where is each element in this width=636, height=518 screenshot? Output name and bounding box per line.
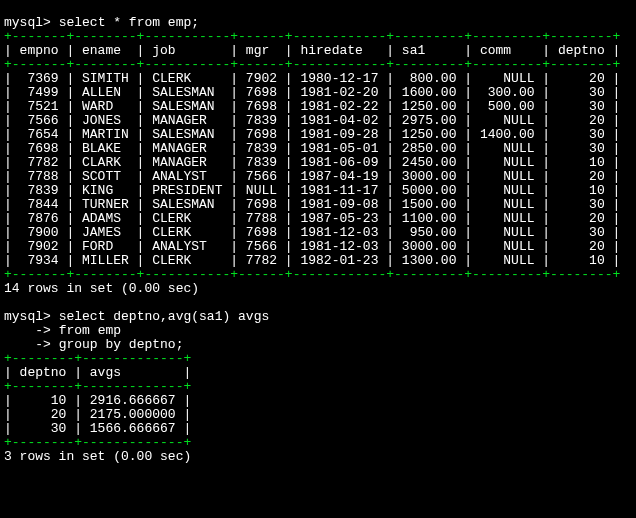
table-row: | 7876 | ADAMS | CLERK | 7788 | 1987-05-… <box>4 211 620 226</box>
table-row: | 7839 | KING | PRESIDENT | NULL | 1981-… <box>4 183 620 198</box>
cont-arrow: -> <box>35 337 51 352</box>
query-2-line1: select deptno,avg(sa1) avgs <box>59 309 270 324</box>
table-row: | 7499 | ALLEN | SALESMAN | 7698 | 1981-… <box>4 85 620 100</box>
table-row: | 7788 | SCOTT | ANALYST | 7566 | 1987-0… <box>4 169 620 184</box>
table-row: | 7654 | MARTIN | SALESMAN | 7698 | 1981… <box>4 127 620 142</box>
table-row: | 20 | 2175.000000 | <box>4 407 191 422</box>
table-row: | 7900 | JAMES | CLERK | 7698 | 1981-12-… <box>4 225 620 240</box>
query-2-line3: group by deptno; <box>59 337 184 352</box>
terminal-output: mysql> select * from emp; +-------+-----… <box>0 0 636 466</box>
table-row: | 7844 | TURNER | SALESMAN | 7698 | 1981… <box>4 197 620 212</box>
table-row: | 7934 | MILLER | CLERK | 7782 | 1982-01… <box>4 253 620 268</box>
prompt: mysql> <box>4 309 51 324</box>
table1-footer: 14 rows in set (0.00 sec) <box>4 281 199 296</box>
table2-sep-mid: +--------+-------------+ <box>4 379 191 394</box>
query-2-line2: from emp <box>59 323 121 338</box>
table-row: | 7521 | WARD | SALESMAN | 7698 | 1981-0… <box>4 99 620 114</box>
table1-sep-top: +-------+--------+-----------+------+---… <box>4 29 620 44</box>
cont-arrow: -> <box>35 323 51 338</box>
table1-body: | 7369 | SIMITH | CLERK | 7902 | 1980-12… <box>4 72 632 268</box>
table2-header-row: | deptno | avgs | <box>4 365 191 380</box>
prompt: mysql> <box>4 15 51 30</box>
query-1: select * from emp; <box>59 15 199 30</box>
table2-sep-bot: +--------+-------------+ <box>4 435 191 450</box>
table1-sep-mid: +-------+--------+-----------+------+---… <box>4 57 620 72</box>
table-row: | 7566 | JONES | MANAGER | 7839 | 1981-0… <box>4 113 620 128</box>
table-row: | 7782 | CLARK | MANAGER | 7839 | 1981-0… <box>4 155 620 170</box>
table2-sep-top: +--------+-------------+ <box>4 351 191 366</box>
table2-body: | 10 | 2916.666667 | | 20 | 2175.000000 … <box>4 394 632 436</box>
table-row: | 10 | 2916.666667 | <box>4 393 191 408</box>
table-row: | 7369 | SIMITH | CLERK | 7902 | 1980-12… <box>4 71 620 86</box>
table1-header-row: | empno | ename | job | mgr | hiredate |… <box>4 43 620 58</box>
table-row: | 7902 | FORD | ANALYST | 7566 | 1981-12… <box>4 239 620 254</box>
table-row: | 7698 | BLAKE | MANAGER | 7839 | 1981-0… <box>4 141 620 156</box>
table1-sep-bot: +-------+--------+-----------+------+---… <box>4 267 620 282</box>
table2-footer: 3 rows in set (0.00 sec) <box>4 449 191 464</box>
table-row: | 30 | 1566.666667 | <box>4 421 191 436</box>
